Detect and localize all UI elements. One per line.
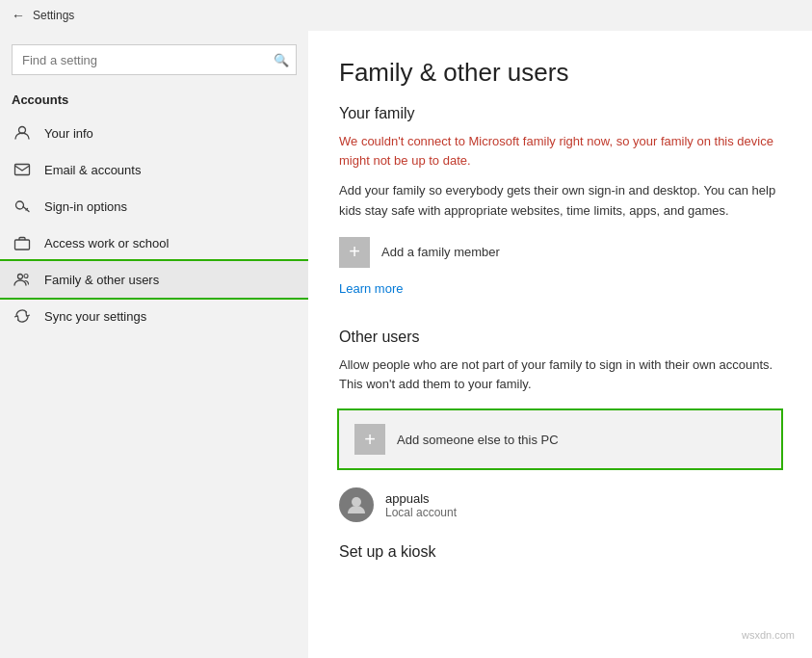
your-family-section: Your family We couldn't connect to Micro…: [339, 105, 781, 315]
sidebar-item-sign-in[interactable]: Sign-in options: [0, 188, 308, 224]
title-bar: ← Settings: [0, 0, 812, 31]
add-family-label: Add a family member: [381, 245, 500, 259]
content-area: Family & other users Your family We coul…: [308, 31, 812, 658]
svg-rect-1: [15, 165, 30, 175]
svg-point-4: [18, 275, 23, 279]
sidebar-item-sync-settings[interactable]: Sync your settings: [0, 298, 308, 334]
people-icon: [13, 271, 31, 288]
add-someone-row[interactable]: + Add someone else to this PC: [339, 410, 781, 468]
sidebar-item-your-info[interactable]: Your info: [0, 115, 308, 151]
other-users-heading: Other users: [339, 329, 781, 346]
back-button[interactable]: ←: [12, 8, 25, 23]
learn-more-link[interactable]: Learn more: [339, 281, 403, 296]
sidebar-label-family-users: Family & other users: [44, 273, 159, 287]
add-someone-label: Add someone else to this PC: [397, 433, 559, 447]
other-users-info-text: Allow people who are not part of your fa…: [339, 355, 781, 396]
search-container: 🔍: [12, 44, 297, 75]
add-family-row[interactable]: + Add a family member: [339, 237, 781, 268]
sidebar-label-sync-settings: Sync your settings: [44, 309, 146, 324]
sidebar-item-email-accounts[interactable]: Email & accounts: [0, 151, 308, 188]
svg-rect-3: [15, 240, 30, 250]
sidebar-label-email-accounts: Email & accounts: [44, 163, 141, 177]
main-container: 🔍 Accounts Your info Email & accounts: [0, 31, 812, 658]
sidebar-label-your-info: Your info: [44, 126, 93, 141]
briefcase-icon: [13, 234, 31, 251]
other-users-section: Other users Allow people who are not par…: [339, 329, 781, 531]
sidebar-label-sign-in: Sign-in options: [44, 199, 127, 214]
person-icon: [13, 124, 31, 142]
title-bar-title: Settings: [33, 9, 74, 22]
avatar: [339, 487, 374, 522]
sidebar-label-access-work: Access work or school: [44, 236, 169, 250]
svg-point-5: [24, 275, 28, 278]
user-name: appuals: [385, 491, 457, 506]
user-type: Local account: [385, 506, 457, 519]
svg-point-6: [352, 497, 361, 507]
svg-point-2: [16, 201, 24, 209]
kiosk-heading: Set up a kiosk: [339, 543, 781, 561]
key-icon: [13, 197, 31, 215]
sidebar: 🔍 Accounts Your info Email & accounts: [0, 31, 308, 658]
accounts-heading: Accounts: [0, 89, 308, 115]
family-info-text: Add your family so everybody gets their …: [339, 181, 781, 222]
user-row: appuals Local account: [339, 480, 781, 530]
your-family-heading: Your family: [339, 105, 781, 122]
add-someone-plus-button[interactable]: +: [354, 424, 385, 455]
sidebar-item-access-work[interactable]: Access work or school: [0, 224, 308, 261]
email-icon: [13, 161, 31, 178]
search-icon: 🔍: [274, 53, 289, 67]
add-family-plus-button[interactable]: +: [339, 237, 370, 268]
sync-icon: [13, 307, 31, 325]
user-info: appuals Local account: [385, 491, 457, 519]
search-input[interactable]: [12, 44, 297, 75]
family-error-text: We couldn't connect to Microsoft family …: [339, 132, 781, 170]
page-title: Family & other users: [339, 58, 781, 88]
sidebar-item-family-users[interactable]: Family & other users: [0, 261, 308, 298]
